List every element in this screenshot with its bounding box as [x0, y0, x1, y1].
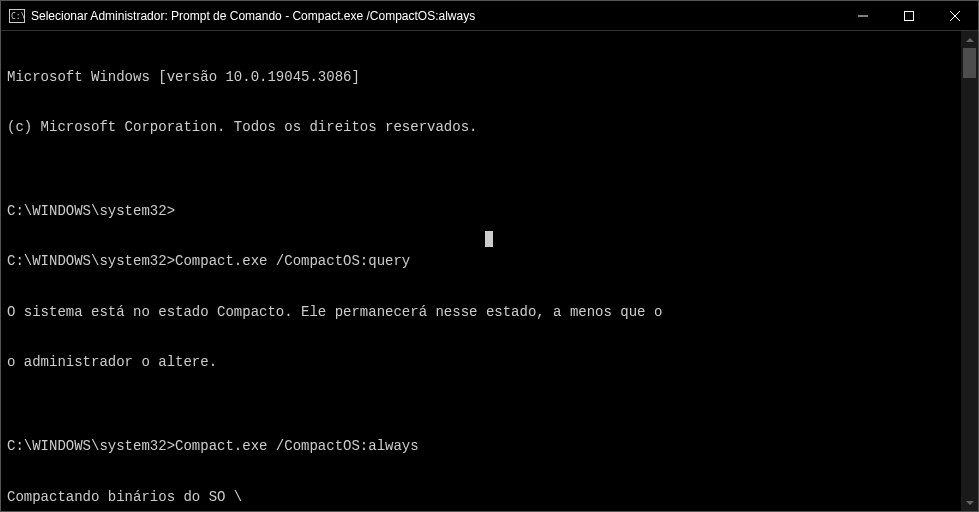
window-title: Selecionar Administrador: Prompt de Coma… [31, 9, 840, 23]
scroll-up-arrow[interactable] [961, 31, 978, 48]
minimize-button[interactable] [840, 1, 886, 30]
titlebar: C:\ Selecionar Administrador: Prompt de … [1, 1, 978, 31]
output-line: O sistema está no estado Compacto. Ele p… [7, 304, 955, 321]
cmd-icon: C:\ [9, 9, 25, 23]
text-cursor [485, 231, 493, 247]
prompt-line: C:\WINDOWS\system32>Compact.exe /Compact… [7, 438, 955, 455]
output-line: o administrador o altere. [7, 354, 955, 371]
terminal-output[interactable]: Microsoft Windows [versão 10.0.19045.308… [1, 31, 961, 511]
prompt-line: C:\WINDOWS\system32> [7, 203, 955, 220]
window-controls [840, 1, 978, 30]
scroll-down-arrow[interactable] [961, 494, 978, 511]
svg-marker-7 [966, 501, 974, 505]
svg-marker-6 [966, 38, 974, 42]
scroll-thumb[interactable] [963, 48, 976, 78]
output-line: Microsoft Windows [versão 10.0.19045.308… [7, 69, 955, 86]
prompt-line: C:\WINDOWS\system32>Compact.exe /Compact… [7, 253, 955, 270]
output-line: (c) Microsoft Corporation. Todos os dire… [7, 119, 955, 136]
close-button[interactable] [932, 1, 978, 30]
svg-rect-3 [905, 11, 914, 20]
maximize-button[interactable] [886, 1, 932, 30]
svg-text:C:\: C:\ [11, 12, 25, 21]
vertical-scrollbar[interactable] [961, 31, 978, 511]
output-line: Compactando binários do SO \ [7, 489, 955, 506]
